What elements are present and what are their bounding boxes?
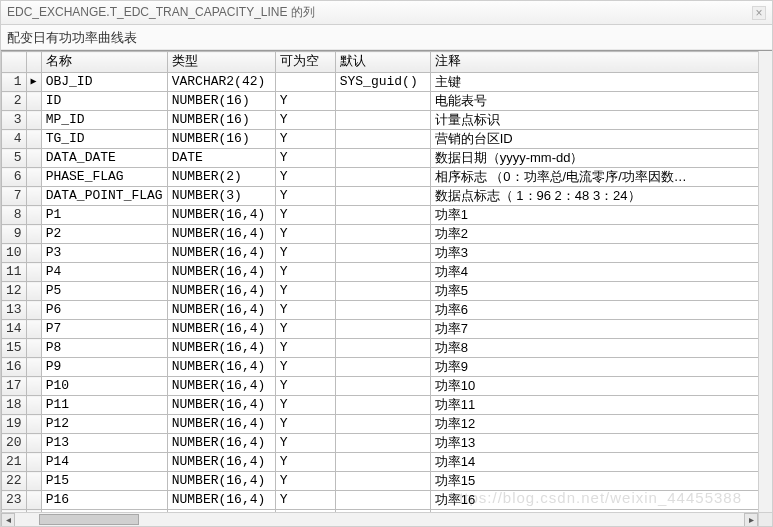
table-row[interactable]: 3MP_IDNUMBER(16)Y计量点标识: [2, 111, 772, 130]
cell-nullable[interactable]: Y: [275, 92, 335, 111]
cell-type[interactable]: VARCHAR2(42): [167, 73, 275, 92]
table-row[interactable]: 15P8NUMBER(16,4)Y功率8: [2, 339, 772, 358]
row-number[interactable]: 22: [2, 472, 27, 491]
table-row[interactable]: 11P4NUMBER(16,4)Y功率4: [2, 263, 772, 282]
cell-default[interactable]: [335, 396, 430, 415]
cell-default[interactable]: [335, 149, 430, 168]
table-row[interactable]: 10P3NUMBER(16,4)Y功率3: [2, 244, 772, 263]
row-number[interactable]: 23: [2, 491, 27, 510]
titlebar[interactable]: EDC_EXCHANGE.T_EDC_TRAN_CAPACITY_LINE 的列…: [1, 1, 772, 25]
cell-nullable[interactable]: Y: [275, 377, 335, 396]
cell-name[interactable]: P15: [41, 472, 167, 491]
cell-type[interactable]: NUMBER(16,4): [167, 282, 275, 301]
cell-type[interactable]: NUMBER(3): [167, 187, 275, 206]
header-type[interactable]: 类型: [167, 52, 275, 73]
table-row[interactable]: 4TG_IDNUMBER(16)Y营销的台区ID: [2, 130, 772, 149]
cell-name[interactable]: DATA_POINT_FLAG: [41, 187, 167, 206]
cell-default[interactable]: [335, 434, 430, 453]
row-marker[interactable]: [26, 491, 41, 510]
cell-comment[interactable]: 功率14: [430, 453, 771, 472]
cell-name[interactable]: TG_ID: [41, 130, 167, 149]
table-row[interactable]: 7DATA_POINT_FLAGNUMBER(3)Y数据点标志（ 1：96 2：…: [2, 187, 772, 206]
cell-nullable[interactable]: Y: [275, 472, 335, 491]
cell-nullable[interactable]: [275, 73, 335, 92]
cell-default[interactable]: [335, 130, 430, 149]
cell-type[interactable]: NUMBER(16,4): [167, 206, 275, 225]
cell-type[interactable]: NUMBER(16,4): [167, 453, 275, 472]
row-number[interactable]: 10: [2, 244, 27, 263]
row-number[interactable]: 15: [2, 339, 27, 358]
row-marker[interactable]: ▶: [26, 73, 41, 92]
header-name[interactable]: 名称: [41, 52, 167, 73]
cell-default[interactable]: [335, 320, 430, 339]
cell-type[interactable]: NUMBER(16,4): [167, 491, 275, 510]
cell-nullable[interactable]: Y: [275, 415, 335, 434]
cell-type[interactable]: NUMBER(16,4): [167, 339, 275, 358]
cell-name[interactable]: P16: [41, 491, 167, 510]
table-row[interactable]: 12P5NUMBER(16,4)Y功率5: [2, 282, 772, 301]
cell-comment[interactable]: 功率8: [430, 339, 771, 358]
scroll-thumb[interactable]: [39, 514, 139, 525]
table-row[interactable]: 18P11NUMBER(16,4)Y功率11: [2, 396, 772, 415]
cell-default[interactable]: [335, 472, 430, 491]
cell-comment[interactable]: 功率10: [430, 377, 771, 396]
table-row[interactable]: 5DATA_DATEDATEY数据日期（yyyy-mm-dd）: [2, 149, 772, 168]
row-number[interactable]: 12: [2, 282, 27, 301]
cell-nullable[interactable]: Y: [275, 358, 335, 377]
cell-default[interactable]: [335, 111, 430, 130]
header-default[interactable]: 默认: [335, 52, 430, 73]
cell-default[interactable]: [335, 282, 430, 301]
cell-comment[interactable]: 数据点标志（ 1：96 2：48 3：24）: [430, 187, 771, 206]
row-number[interactable]: 20: [2, 434, 27, 453]
cell-nullable[interactable]: Y: [275, 282, 335, 301]
row-marker[interactable]: [26, 206, 41, 225]
cell-name[interactable]: P10: [41, 377, 167, 396]
cell-nullable[interactable]: Y: [275, 453, 335, 472]
row-marker[interactable]: [26, 130, 41, 149]
cell-name[interactable]: P4: [41, 263, 167, 282]
cell-comment[interactable]: 功率13: [430, 434, 771, 453]
row-number[interactable]: 6: [2, 168, 27, 187]
cell-comment[interactable]: 功率3: [430, 244, 771, 263]
vertical-scrollbar[interactable]: [758, 51, 772, 512]
cell-type[interactable]: NUMBER(16,4): [167, 320, 275, 339]
cell-default[interactable]: [335, 358, 430, 377]
row-marker[interactable]: [26, 168, 41, 187]
cell-nullable[interactable]: Y: [275, 130, 335, 149]
table-row[interactable]: 21P14NUMBER(16,4)Y功率14: [2, 453, 772, 472]
cell-default[interactable]: [335, 244, 430, 263]
cell-default[interactable]: [335, 453, 430, 472]
table-row[interactable]: 23P16NUMBER(16,4)Y功率16: [2, 491, 772, 510]
table-row[interactable]: 20P13NUMBER(16,4)Y功率13: [2, 434, 772, 453]
cell-comment[interactable]: 数据日期（yyyy-mm-dd）: [430, 149, 771, 168]
cell-name[interactable]: P6: [41, 301, 167, 320]
cell-name[interactable]: P8: [41, 339, 167, 358]
cell-type[interactable]: NUMBER(16,4): [167, 472, 275, 491]
cell-nullable[interactable]: Y: [275, 263, 335, 282]
cell-comment[interactable]: 功率16: [430, 491, 771, 510]
row-number[interactable]: 1: [2, 73, 27, 92]
scroll-right-icon[interactable]: ▸: [744, 513, 758, 526]
row-marker[interactable]: [26, 396, 41, 415]
cell-comment[interactable]: 功率1: [430, 206, 771, 225]
row-number[interactable]: 2: [2, 92, 27, 111]
cell-default[interactable]: [335, 187, 430, 206]
cell-type[interactable]: NUMBER(16,4): [167, 301, 275, 320]
cell-nullable[interactable]: Y: [275, 396, 335, 415]
close-icon[interactable]: ×: [752, 6, 766, 20]
row-marker[interactable]: [26, 339, 41, 358]
row-number[interactable]: 11: [2, 263, 27, 282]
cell-default[interactable]: [335, 263, 430, 282]
cell-type[interactable]: NUMBER(16,4): [167, 244, 275, 263]
scroll-left-icon[interactable]: ◂: [1, 513, 15, 526]
row-number[interactable]: 4: [2, 130, 27, 149]
table-row[interactable]: 1▶OBJ_IDVARCHAR2(42)SYS_guid()主键: [2, 73, 772, 92]
cell-name[interactable]: P3: [41, 244, 167, 263]
table-row[interactable]: 13P6NUMBER(16,4)Y功率6: [2, 301, 772, 320]
cell-default[interactable]: [335, 92, 430, 111]
cell-type[interactable]: NUMBER(16): [167, 92, 275, 111]
row-marker[interactable]: [26, 111, 41, 130]
cell-nullable[interactable]: Y: [275, 187, 335, 206]
header-nullable[interactable]: 可为空: [275, 52, 335, 73]
cell-name[interactable]: P14: [41, 453, 167, 472]
